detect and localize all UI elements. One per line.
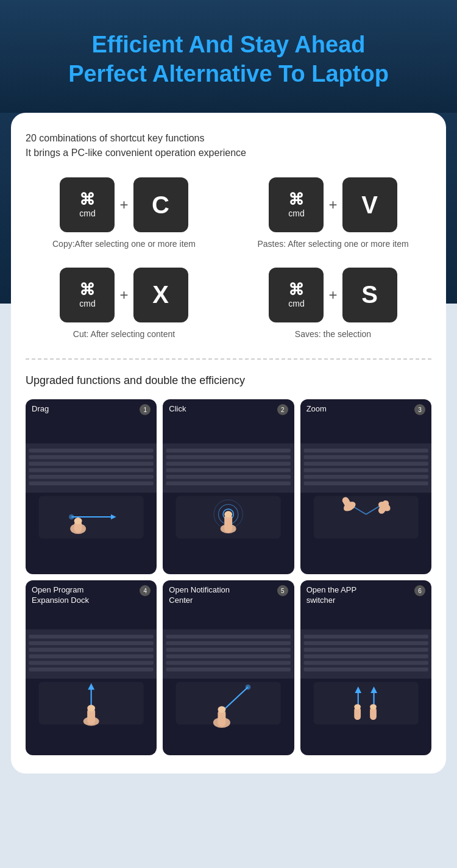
gesture-drag: Drag 1 <box>26 399 157 574</box>
svg-rect-61 <box>166 667 291 671</box>
gesture-notification-number: 5 <box>277 585 288 596</box>
plus-3: + <box>119 286 128 304</box>
gesture-switcher-label: Open the APP switcher <box>306 585 412 606</box>
gesture-program-dock: Open Program Expansion Dock 4 <box>26 580 157 755</box>
cmd-icon-4: ⌘ <box>288 282 304 297</box>
gesture-click: Click 2 <box>163 399 294 574</box>
key-combo-save: ⌘ cmd + S <box>269 268 397 322</box>
svg-rect-31 <box>303 462 428 466</box>
svg-rect-62 <box>176 682 281 725</box>
svg-rect-69 <box>303 635 428 638</box>
svg-point-81 <box>354 704 361 710</box>
shortcut-copy: ⌘ cmd + C Copy:After selecting one or mo… <box>26 177 222 251</box>
key-combo-cut: ⌘ cmd + X <box>60 268 188 322</box>
svg-rect-35 <box>313 496 418 539</box>
svg-rect-32 <box>303 469 428 472</box>
gesture-drag-header: Drag 1 <box>26 399 157 418</box>
gesture-switcher-visual <box>300 608 431 755</box>
key-cmd-4: ⌘ cmd <box>269 268 324 322</box>
svg-rect-34 <box>303 482 428 485</box>
gesture-switcher-number: 6 <box>414 585 425 596</box>
svg-rect-45 <box>29 648 154 652</box>
main-card: 20 combinations of shortcut key function… <box>11 113 446 774</box>
svg-rect-44 <box>29 641 154 645</box>
svg-rect-48 <box>29 667 154 671</box>
svg-rect-58 <box>166 648 291 652</box>
gesture-dock-visual <box>26 608 157 755</box>
svg-rect-70 <box>303 641 428 645</box>
gesture-app-switcher: Open the APP switcher 6 <box>300 580 431 755</box>
gesture-drag-number: 1 <box>140 404 151 415</box>
gesture-click-number: 2 <box>277 404 288 415</box>
key-s: S <box>342 268 397 322</box>
svg-rect-3 <box>29 462 154 466</box>
shortcuts-grid: ⌘ cmd + C Copy:After selecting one or mo… <box>26 177 431 340</box>
svg-rect-72 <box>303 654 428 658</box>
gesture-switcher-header: Open the APP switcher 6 <box>300 580 431 608</box>
drag-svg <box>26 418 157 574</box>
gesture-notification-visual <box>163 608 294 755</box>
switcher-svg <box>300 608 431 755</box>
gesture-dock-label: Open Program Expansion Dock <box>32 585 137 606</box>
key-combo-copy: ⌘ cmd + C <box>60 177 188 232</box>
shortcut-description: 20 combinations of shortcut key function… <box>26 131 431 160</box>
gesture-notification-label: Open Notification Center <box>169 585 274 606</box>
header-title: Efficient And Stay Ahead Perfect Alterna… <box>37 30 420 88</box>
shortcut-paste: ⌘ cmd + V Pastes: After selecting one or… <box>235 177 431 251</box>
svg-rect-17 <box>166 462 291 466</box>
cmd-label-4: cmd <box>288 299 304 308</box>
gesture-dock-number: 4 <box>140 585 151 596</box>
cmd-label-2: cmd <box>288 208 304 218</box>
paste-desc: Pastes: After selecting one or more item <box>257 238 408 251</box>
svg-point-64 <box>246 685 251 690</box>
svg-rect-29 <box>303 449 428 452</box>
svg-rect-18 <box>166 469 291 472</box>
svg-rect-56 <box>166 635 291 638</box>
key-cmd-1: ⌘ cmd <box>60 177 115 232</box>
desc-line1: 20 combinations of shortcut key function… <box>26 131 431 146</box>
gesture-zoom-number: 3 <box>414 404 425 415</box>
desc-line2: It brings a PC-like convenient operation… <box>26 146 431 160</box>
zoom-svg <box>300 418 431 574</box>
svg-rect-15 <box>166 449 291 452</box>
key-combo-paste: ⌘ cmd + V <box>269 177 397 232</box>
save-desc: Saves: the selection <box>295 329 371 341</box>
svg-rect-33 <box>303 475 428 478</box>
gesture-click-visual <box>163 418 294 574</box>
svg-rect-4 <box>29 469 154 472</box>
gesture-zoom-header: Zoom 3 <box>300 399 431 418</box>
svg-rect-2 <box>29 455 154 459</box>
plus-1: + <box>119 196 128 213</box>
gesture-zoom-label: Zoom <box>306 404 412 414</box>
svg-rect-6 <box>29 482 154 485</box>
plus-2: + <box>328 196 337 213</box>
svg-point-54 <box>87 705 95 711</box>
svg-rect-75 <box>313 682 418 725</box>
gesture-zoom: Zoom 3 <box>300 399 431 574</box>
svg-rect-19 <box>166 475 291 478</box>
svg-rect-59 <box>166 654 291 658</box>
svg-rect-46 <box>29 654 154 658</box>
svg-rect-30 <box>303 455 428 459</box>
shortcut-cut: ⌘ cmd + X Cut: After selecting content <box>26 268 222 341</box>
svg-point-67 <box>218 706 226 713</box>
gestures-title: Upgraded functions and double the effici… <box>26 374 431 387</box>
svg-rect-73 <box>303 661 428 664</box>
key-x: X <box>133 268 188 322</box>
plus-4: + <box>328 286 337 304</box>
gesture-zoom-visual <box>300 418 431 574</box>
gesture-notification-header: Open Notification Center 5 <box>163 580 294 608</box>
svg-rect-57 <box>166 641 291 645</box>
header-title-line1: Efficient And Stay Ahead <box>37 30 420 60</box>
svg-point-27 <box>225 511 233 518</box>
cmd-icon-2: ⌘ <box>288 191 304 207</box>
svg-rect-16 <box>166 455 291 459</box>
svg-point-83 <box>370 704 377 710</box>
page-wrapper: Efficient And Stay Ahead Perfect Alterna… <box>0 0 457 868</box>
cut-desc: Cut: After selecting content <box>73 329 175 341</box>
gesture-drag-visual <box>26 418 157 574</box>
header: Efficient And Stay Ahead Perfect Alterna… <box>0 0 457 113</box>
svg-rect-20 <box>166 482 291 485</box>
gesture-click-header: Click 2 <box>163 399 294 418</box>
key-v: V <box>342 177 397 232</box>
